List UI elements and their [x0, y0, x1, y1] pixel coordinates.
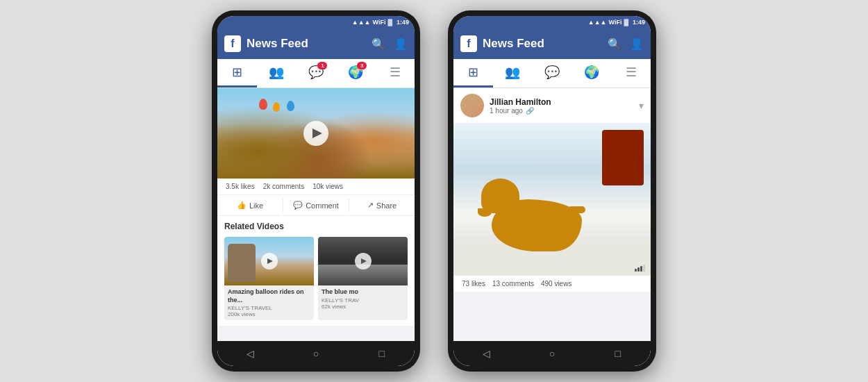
- content-2: Jillian Hamilton 1 hour ago 🔗 ▾: [453, 88, 651, 341]
- fb-logo-2: f: [460, 35, 477, 52]
- comments-count-1: 2k comments: [263, 183, 304, 190]
- related-channel-2: KELLY'S TRAV: [322, 297, 404, 304]
- wifi-icon-2: WiFi: [609, 19, 622, 26]
- phones-container: ▲▲▲ WiFi ▓ 1:49 f News Feed 🔍 👤 ⊞: [212, 10, 656, 372]
- recent-icon-2: □: [615, 348, 620, 359]
- nav-friends-icon-1: 👥: [269, 65, 284, 80]
- stats-row-1: 3.5k likes 2k comments 10k views: [217, 178, 415, 195]
- home-icon-1: ○: [313, 348, 319, 359]
- nav-menu-2[interactable]: ☰: [611, 59, 651, 88]
- app-header-1: f News Feed 🔍 👤: [217, 28, 415, 59]
- related-section-1: Related Videos: [217, 216, 415, 326]
- share-label-1: Share: [376, 201, 397, 210]
- related-title-1: Related Videos: [224, 222, 408, 231]
- phone-2: ▲▲▲ WiFi ▓ 1:49 f News Feed 🔍 👤 ⊞: [448, 10, 656, 372]
- nav-friends-1[interactable]: 👥: [257, 59, 297, 88]
- dog-ear-left: [478, 208, 492, 217]
- nav-notifications-2[interactable]: 🌍: [571, 59, 611, 88]
- nav-menu-icon-1: ☰: [390, 65, 401, 80]
- post-stats-2: 73 likes 13 comments 490 views: [453, 276, 651, 292]
- dog-tail: [568, 206, 585, 213]
- signal-bar-3: [640, 266, 642, 272]
- status-icons-2: ▲▲▲ WiFi ▓ 1:49: [588, 19, 645, 26]
- nav-friends-2[interactable]: 👥: [493, 59, 533, 88]
- bottom-nav-2: ◁ ○ □: [453, 341, 651, 366]
- play-button-1[interactable]: [303, 121, 328, 146]
- fb-logo-1: f: [224, 35, 241, 52]
- play-triangle-1: [312, 128, 322, 138]
- related-card-1[interactable]: Amazing balloon rides on the... KELLY'S …: [224, 237, 314, 320]
- post-likes-2: 73 likes: [462, 280, 485, 288]
- related-thumb-1: [224, 237, 314, 285]
- friend-icon-1[interactable]: 👤: [394, 38, 408, 51]
- nav-notifications-1[interactable]: 🌍 3: [335, 59, 375, 88]
- search-icon-2[interactable]: 🔍: [608, 38, 621, 51]
- related-videos-1: Amazing balloon rides on the... KELLY'S …: [224, 237, 408, 320]
- rock-formation-1: [228, 244, 256, 282]
- post-share-icon-2: 🔗: [526, 107, 534, 115]
- recent-icon-1: □: [378, 348, 384, 359]
- signal-icon-1: ▲▲▲: [352, 19, 371, 26]
- nav-home-icon-2: ⊞: [468, 65, 478, 80]
- avatar-2: [460, 94, 484, 117]
- signal-bar-1: [635, 269, 637, 272]
- status-bar-2: ▲▲▲ WiFi ▓ 1:49: [453, 16, 651, 28]
- small-triangle-1: [267, 258, 273, 264]
- friend-icon-2[interactable]: 👤: [630, 38, 644, 51]
- phone-1: ▲▲▲ WiFi ▓ 1:49 f News Feed 🔍 👤 ⊞: [212, 10, 420, 372]
- nav-bar-1: ⊞ 👥 💬 1 🌍 3 ☰: [217, 59, 415, 88]
- small-play-2[interactable]: [355, 253, 372, 269]
- nav-bar-2: ⊞ 👥 💬 🌍 ☰: [453, 59, 651, 88]
- signal-bars-2: [635, 265, 645, 272]
- small-play-1[interactable]: [261, 253, 278, 269]
- post-dropdown-2[interactable]: ▾: [639, 100, 644, 111]
- nav-home-1[interactable]: ⊞: [217, 59, 257, 88]
- video-banner-1[interactable]: [217, 88, 415, 178]
- home-button-2[interactable]: ○: [519, 341, 585, 366]
- back-button-2[interactable]: ◁: [453, 341, 519, 366]
- like-button-1[interactable]: 👍 Like: [217, 198, 283, 213]
- related-name-2: The blue mo: [322, 288, 404, 297]
- post-meta-2: Jillian Hamilton 1 hour ago 🔗: [490, 97, 639, 115]
- header-title-1: News Feed: [247, 37, 372, 51]
- dog-photo-2: [453, 123, 651, 276]
- post-header-2: Jillian Hamilton 1 hour ago 🔗 ▾: [453, 88, 651, 123]
- header-title-2: News Feed: [483, 37, 608, 51]
- battery-icon-1: ▓: [387, 19, 392, 26]
- status-bar-1: ▲▲▲ WiFi ▓ 1:49: [217, 16, 415, 28]
- share-button-1[interactable]: ↗ Share: [349, 198, 415, 213]
- nav-messages-icon-2: 💬: [544, 65, 560, 80]
- related-name-1: Amazing balloon rides on the...: [228, 288, 310, 304]
- related-views-1: 200k views: [228, 311, 310, 317]
- content-1: 3.5k likes 2k comments 10k views 👍 Like …: [217, 88, 415, 341]
- small-triangle-2: [361, 258, 367, 264]
- nav-messages-2[interactable]: 💬: [533, 59, 572, 88]
- related-thumb-2: [318, 237, 408, 285]
- nav-home-2[interactable]: ⊞: [453, 59, 493, 88]
- bottom-nav-1: ◁ ○ □: [217, 341, 415, 366]
- avatar-img-2: [460, 94, 484, 117]
- recent-button-2[interactable]: □: [585, 341, 651, 366]
- comment-icon-1: 💬: [293, 201, 303, 210]
- nav-messages-1[interactable]: 💬 1: [297, 59, 336, 88]
- comment-button-1[interactable]: 💬 Comment: [283, 198, 349, 213]
- post-time-text-2: 1 hour ago: [490, 107, 523, 115]
- nav-menu-1[interactable]: ☰: [375, 59, 415, 88]
- home-button-1[interactable]: ○: [283, 341, 349, 366]
- nav-friends-icon-2: 👥: [505, 65, 520, 80]
- battery-icon-2: ▓: [624, 19, 628, 26]
- balloon-orange: [273, 102, 280, 112]
- related-card-2[interactable]: The blue mo KELLY'S TRAV 62k views: [318, 237, 408, 320]
- header-icons-2: 🔍 👤: [608, 38, 644, 51]
- notifications-badge-1: 3: [357, 62, 367, 69]
- phone-1-screen: ▲▲▲ WiFi ▓ 1:49 f News Feed 🔍 👤 ⊞: [217, 16, 415, 366]
- back-button-1[interactable]: ◁: [217, 341, 283, 366]
- signal-icon-2: ▲▲▲: [588, 19, 607, 26]
- back-icon-2: ◁: [483, 348, 490, 359]
- share-icon-1: ↗: [367, 201, 374, 210]
- recent-button-1[interactable]: □: [349, 341, 415, 366]
- like-icon-1: 👍: [237, 201, 247, 210]
- search-icon-1[interactable]: 🔍: [372, 38, 385, 51]
- related-channel-1: KELLY'S TRAVEL: [228, 305, 310, 311]
- signal-bar-2: [637, 267, 640, 272]
